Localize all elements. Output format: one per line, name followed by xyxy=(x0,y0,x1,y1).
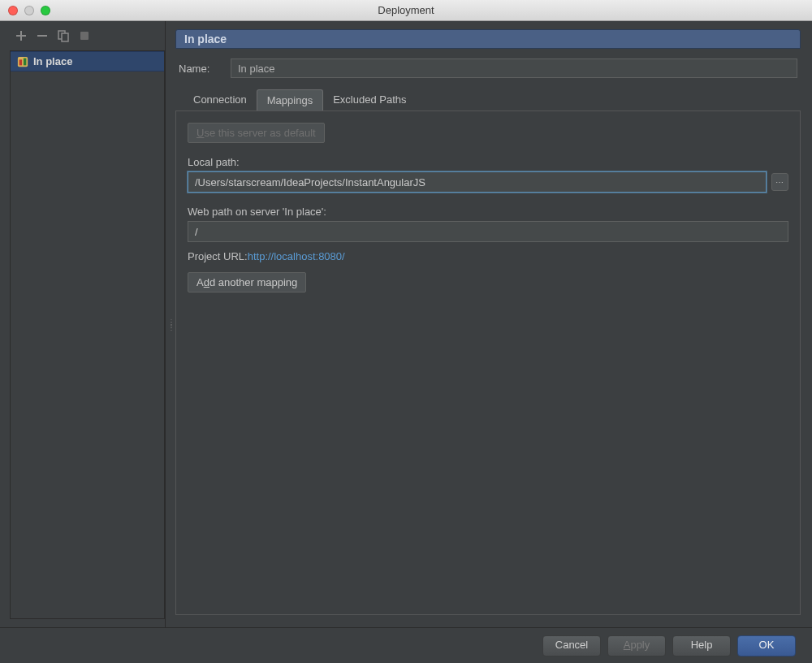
copy-server-icon[interactable] xyxy=(57,29,70,42)
panel-header: In place xyxy=(175,29,801,49)
svg-rect-2 xyxy=(80,32,89,40)
add-mapping-button[interactable]: Add another mapping xyxy=(188,272,306,292)
cancel-button[interactable]: Cancel xyxy=(542,635,601,656)
minimize-window-button[interactable] xyxy=(24,6,34,15)
dialog-button-bar: Cancel Apply Help OK xyxy=(0,627,812,663)
name-input[interactable] xyxy=(231,58,797,78)
name-row: Name: xyxy=(175,58,801,78)
use-as-default-button: Use this server as default xyxy=(188,123,325,143)
add-server-icon[interactable] xyxy=(15,29,28,42)
browse-local-path-button[interactable]: ⋯ xyxy=(771,173,788,191)
server-list[interactable]: In place xyxy=(10,50,165,619)
help-button[interactable]: Help xyxy=(672,635,731,656)
left-panel: In place xyxy=(0,21,166,627)
svg-rect-5 xyxy=(24,58,27,65)
dialog-body: In place ⋮⋮⋮ In place Name: Connection M… xyxy=(0,21,812,627)
server-item-in-place[interactable]: In place xyxy=(11,51,164,72)
project-url-label: Project URL: xyxy=(188,250,248,262)
svg-rect-1 xyxy=(62,33,68,41)
tab-connection[interactable]: Connection xyxy=(184,89,257,110)
server-item-label: In place xyxy=(33,55,72,67)
panel-splitter[interactable]: ⋮⋮⋮ xyxy=(166,21,175,627)
web-path-label: Web path on server 'In place': xyxy=(188,206,788,218)
project-url-link[interactable]: http://localhost:8080/ xyxy=(248,250,345,262)
name-label: Name: xyxy=(179,63,222,75)
tab-content-mappings: Use this server as default Local path: ⋯… xyxy=(175,111,801,615)
project-url-row: Project URL:http://localhost:8080/ xyxy=(188,250,788,262)
tab-mappings[interactable]: Mappings xyxy=(257,89,323,110)
apply-button: Apply xyxy=(607,635,666,656)
tab-excluded-paths[interactable]: Excluded Paths xyxy=(323,89,416,110)
tabs: Connection Mappings Excluded Paths xyxy=(175,89,801,111)
local-path-label: Local path: xyxy=(188,156,788,168)
local-path-input[interactable] xyxy=(188,171,767,193)
zoom-window-button[interactable] xyxy=(41,6,50,15)
local-path-row: ⋯ xyxy=(188,171,788,193)
server-type-icon xyxy=(17,56,28,67)
panel-header-title: In place xyxy=(184,32,227,46)
ok-button[interactable]: OK xyxy=(737,635,796,656)
traffic-lights xyxy=(8,6,50,15)
svg-rect-4 xyxy=(19,59,23,65)
more-server-icon[interactable] xyxy=(78,29,91,42)
close-window-button[interactable] xyxy=(8,6,18,15)
right-panel: In place Name: Connection Mappings Exclu… xyxy=(175,21,812,627)
window-titlebar: Deployment xyxy=(0,0,812,21)
web-path-input[interactable] xyxy=(188,221,788,242)
window-title: Deployment xyxy=(0,4,812,16)
remove-server-icon[interactable] xyxy=(36,29,49,42)
server-toolbar xyxy=(10,29,165,50)
